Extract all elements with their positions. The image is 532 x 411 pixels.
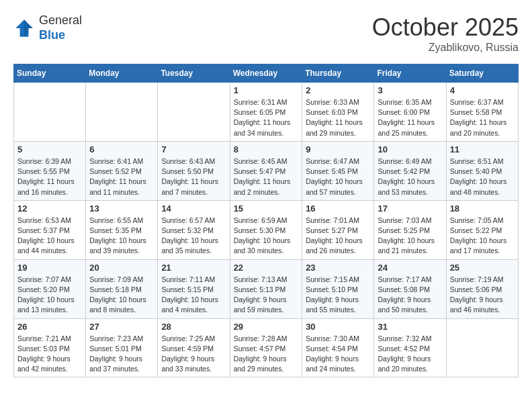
day-info: Sunrise: 6:39 AM Sunset: 5:55 PM Dayligh… <box>17 156 82 197</box>
calendar-cell: 7Sunrise: 6:43 AM Sunset: 5:50 PM Daylig… <box>158 141 230 200</box>
day-info: Sunrise: 6:35 AM Sunset: 6:00 PM Dayligh… <box>378 97 442 138</box>
day-number: 20 <box>89 263 154 273</box>
day-info: Sunrise: 6:53 AM Sunset: 5:37 PM Dayligh… <box>17 216 82 257</box>
day-info: Sunrise: 7:25 AM Sunset: 4:59 PM Dayligh… <box>161 334 226 375</box>
day-info: Sunrise: 6:57 AM Sunset: 5:32 PM Dayligh… <box>161 216 226 257</box>
day-number: 12 <box>17 203 82 214</box>
weekday-header-thursday: Thursday <box>302 64 374 83</box>
calendar-week-row: 1Sunrise: 6:31 AM Sunset: 6:05 PM Daylig… <box>14 83 519 142</box>
day-number: 25 <box>450 263 515 273</box>
day-number: 17 <box>378 203 442 214</box>
day-number: 5 <box>17 144 82 154</box>
day-info: Sunrise: 6:41 AM Sunset: 5:52 PM Dayligh… <box>89 156 154 197</box>
day-info: Sunrise: 7:01 AM Sunset: 5:27 PM Dayligh… <box>306 216 370 257</box>
calendar-body: 1Sunrise: 6:31 AM Sunset: 6:05 PM Daylig… <box>14 83 519 377</box>
day-info: Sunrise: 6:33 AM Sunset: 6:03 PM Dayligh… <box>306 97 370 138</box>
calendar-cell: 1Sunrise: 6:31 AM Sunset: 6:05 PM Daylig… <box>230 83 302 142</box>
day-info: Sunrise: 7:23 AM Sunset: 5:01 PM Dayligh… <box>89 334 154 375</box>
calendar-cell: 31Sunrise: 7:32 AM Sunset: 4:52 PM Dayli… <box>374 318 446 377</box>
day-info: Sunrise: 7:28 AM Sunset: 4:57 PM Dayligh… <box>234 334 299 375</box>
day-number: 6 <box>89 144 154 154</box>
calendar-week-row: 12Sunrise: 6:53 AM Sunset: 5:37 PM Dayli… <box>14 200 519 259</box>
weekday-header-row: SundayMondayTuesdayWednesdayThursdayFrid… <box>14 64 519 83</box>
day-number: 14 <box>161 203 226 214</box>
svg-marker-1 <box>24 19 33 37</box>
day-info: Sunrise: 7:11 AM Sunset: 5:15 PM Dayligh… <box>161 275 226 316</box>
title-block: October 2025 Zyablikovo, Russia <box>372 13 519 54</box>
day-info: Sunrise: 6:51 AM Sunset: 5:40 PM Dayligh… <box>450 156 515 197</box>
calendar-cell <box>446 318 518 377</box>
calendar-cell: 9Sunrise: 6:47 AM Sunset: 5:45 PM Daylig… <box>302 141 374 200</box>
day-info: Sunrise: 6:55 AM Sunset: 5:35 PM Dayligh… <box>89 216 154 257</box>
calendar-cell: 22Sunrise: 7:13 AM Sunset: 5:13 PM Dayli… <box>230 259 302 318</box>
day-info: Sunrise: 7:15 AM Sunset: 5:10 PM Dayligh… <box>306 275 370 316</box>
day-info: Sunrise: 7:21 AM Sunset: 5:03 PM Dayligh… <box>17 334 82 375</box>
calendar-cell: 4Sunrise: 6:37 AM Sunset: 5:58 PM Daylig… <box>446 83 518 142</box>
day-number: 10 <box>378 144 442 154</box>
day-number: 26 <box>17 322 82 332</box>
day-number: 19 <box>17 263 82 273</box>
calendar-cell: 18Sunrise: 7:05 AM Sunset: 5:22 PM Dayli… <box>446 200 518 259</box>
calendar-cell: 20Sunrise: 7:09 AM Sunset: 5:18 PM Dayli… <box>86 259 158 318</box>
calendar-cell: 12Sunrise: 6:53 AM Sunset: 5:37 PM Dayli… <box>14 200 86 259</box>
calendar-cell: 26Sunrise: 7:21 AM Sunset: 5:03 PM Dayli… <box>14 318 86 377</box>
weekday-header-tuesday: Tuesday <box>158 64 230 83</box>
day-info: Sunrise: 6:37 AM Sunset: 5:58 PM Dayligh… <box>450 97 515 138</box>
day-info: Sunrise: 7:05 AM Sunset: 5:22 PM Dayligh… <box>450 216 515 257</box>
calendar-header: SundayMondayTuesdayWednesdayThursdayFrid… <box>14 64 519 83</box>
day-number: 8 <box>234 144 299 154</box>
day-number: 15 <box>234 203 299 214</box>
calendar-cell: 5Sunrise: 6:39 AM Sunset: 5:55 PM Daylig… <box>14 141 86 200</box>
calendar-cell: 2Sunrise: 6:33 AM Sunset: 6:03 PM Daylig… <box>302 83 374 142</box>
weekday-header-wednesday: Wednesday <box>230 64 302 83</box>
calendar-cell <box>86 83 158 142</box>
month-title: October 2025 <box>372 13 519 42</box>
calendar-cell <box>14 83 86 142</box>
day-number: 29 <box>234 322 299 332</box>
day-number: 31 <box>378 322 442 332</box>
weekday-header-monday: Monday <box>86 64 158 83</box>
calendar-cell: 6Sunrise: 6:41 AM Sunset: 5:52 PM Daylig… <box>86 141 158 200</box>
calendar-cell: 29Sunrise: 7:28 AM Sunset: 4:57 PM Dayli… <box>230 318 302 377</box>
logo-general-text: General <box>39 13 82 27</box>
calendar-cell: 3Sunrise: 6:35 AM Sunset: 6:00 PM Daylig… <box>374 83 446 142</box>
calendar-cell: 14Sunrise: 6:57 AM Sunset: 5:32 PM Dayli… <box>158 200 230 259</box>
day-info: Sunrise: 6:59 AM Sunset: 5:30 PM Dayligh… <box>234 216 299 257</box>
calendar-cell: 13Sunrise: 6:55 AM Sunset: 5:35 PM Dayli… <box>86 200 158 259</box>
page-header: General Blue October 2025 Zyablikovo, Ru… <box>13 13 519 54</box>
logo: General Blue <box>13 13 82 42</box>
day-number: 2 <box>306 85 370 95</box>
day-info: Sunrise: 7:09 AM Sunset: 5:18 PM Dayligh… <box>89 275 154 316</box>
day-number: 11 <box>450 144 515 154</box>
day-number: 24 <box>378 263 442 273</box>
location: Zyablikovo, Russia <box>372 42 519 54</box>
day-number: 4 <box>450 85 515 95</box>
day-number: 30 <box>306 322 370 332</box>
calendar-cell: 19Sunrise: 7:07 AM Sunset: 5:20 PM Dayli… <box>14 259 86 318</box>
day-info: Sunrise: 7:13 AM Sunset: 5:13 PM Dayligh… <box>234 275 299 316</box>
day-info: Sunrise: 6:31 AM Sunset: 6:05 PM Dayligh… <box>234 97 299 138</box>
calendar-cell: 8Sunrise: 6:45 AM Sunset: 5:47 PM Daylig… <box>230 141 302 200</box>
day-info: Sunrise: 7:03 AM Sunset: 5:25 PM Dayligh… <box>378 216 442 257</box>
calendar-cell: 30Sunrise: 7:30 AM Sunset: 4:54 PM Dayli… <box>302 318 374 377</box>
calendar-cell: 27Sunrise: 7:23 AM Sunset: 5:01 PM Dayli… <box>86 318 158 377</box>
weekday-header-sunday: Sunday <box>14 64 86 83</box>
day-info: Sunrise: 6:49 AM Sunset: 5:42 PM Dayligh… <box>378 156 442 197</box>
day-info: Sunrise: 7:32 AM Sunset: 4:52 PM Dayligh… <box>378 334 442 375</box>
day-info: Sunrise: 6:43 AM Sunset: 5:50 PM Dayligh… <box>161 156 226 197</box>
day-number: 7 <box>161 144 226 154</box>
day-info: Sunrise: 7:19 AM Sunset: 5:06 PM Dayligh… <box>450 275 515 316</box>
day-number: 28 <box>161 322 226 332</box>
day-info: Sunrise: 7:07 AM Sunset: 5:20 PM Dayligh… <box>17 275 82 316</box>
calendar-cell: 15Sunrise: 6:59 AM Sunset: 5:30 PM Dayli… <box>230 200 302 259</box>
calendar-cell: 21Sunrise: 7:11 AM Sunset: 5:15 PM Dayli… <box>158 259 230 318</box>
day-number: 3 <box>378 85 442 95</box>
day-info: Sunrise: 7:17 AM Sunset: 5:08 PM Dayligh… <box>378 275 442 316</box>
calendar-cell: 23Sunrise: 7:15 AM Sunset: 5:10 PM Dayli… <box>302 259 374 318</box>
logo-icon <box>13 17 35 39</box>
calendar-cell <box>158 83 230 142</box>
day-info: Sunrise: 7:30 AM Sunset: 4:54 PM Dayligh… <box>306 334 370 375</box>
calendar-table: SundayMondayTuesdayWednesdayThursdayFrid… <box>13 64 519 377</box>
calendar-week-row: 19Sunrise: 7:07 AM Sunset: 5:20 PM Dayli… <box>14 259 519 318</box>
calendar-week-row: 26Sunrise: 7:21 AM Sunset: 5:03 PM Dayli… <box>14 318 519 377</box>
